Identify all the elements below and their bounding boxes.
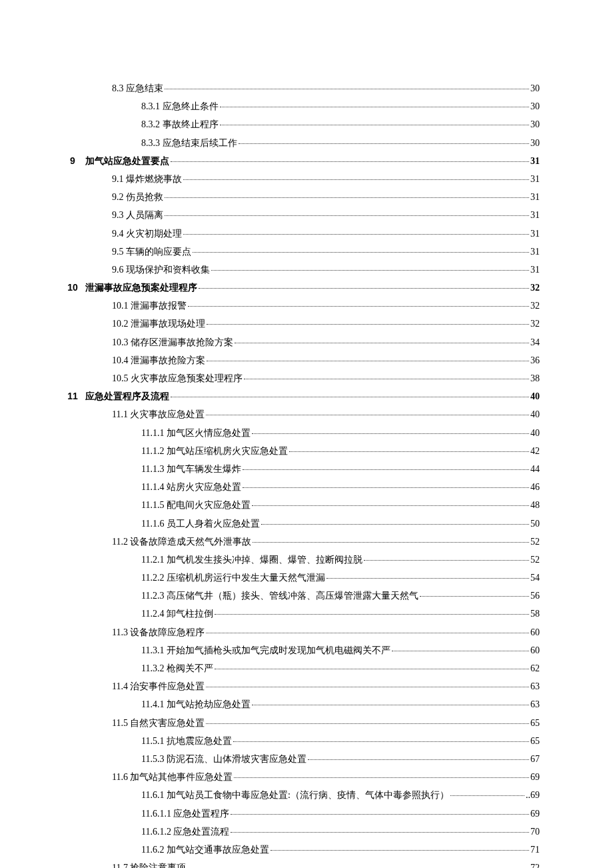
toc-entry-text: 11.1.2 加气站压缩机房火灾应急处置 (141, 443, 288, 459)
toc-entry: 10.5 火灾事故应急预案处理程序38 (112, 370, 540, 387)
toc-entry-text: 应急处置程序及流程 (85, 388, 169, 405)
toc-entry-text: 10.1 泄漏事故报警 (112, 297, 187, 314)
toc-page-number: 40 (530, 406, 540, 423)
toc-entry: 9.4 火灾初期处理31 (112, 225, 540, 242)
toc-entry: 9.3 人员隔离31 (112, 207, 540, 223)
toc-entry-text: 9.1 爆炸燃烧事故 (112, 171, 182, 187)
toc-page-number: 69 (530, 769, 540, 785)
toc-page-number: 30 (530, 80, 540, 97)
toc-page-number: 31 (530, 207, 540, 223)
toc-leader-dots (308, 759, 529, 760)
toc-leader-dots (231, 814, 529, 815)
toc-entry-text: 11.1.5 配电间火灾应急处置 (141, 497, 251, 513)
toc-entry-text: 8.3.1 应急终止条件 (141, 98, 219, 115)
toc-entry-text: 11.4.1 加气站抢劫应急处置 (141, 696, 251, 713)
toc-entry: 11.1.6 员工人身着火应急处置50 (141, 515, 540, 532)
toc-entry: 11.1.3 加气车辆发生爆炸44 (141, 461, 540, 477)
toc-entry-text: 9.6 现场保护和资料收集 (112, 261, 210, 278)
toc-entry: 11.6.1 加气站员工食物中毒应急处置:（流行病、疫情、气体中毒参照执行）..… (141, 787, 540, 803)
toc-page-number: 40 (530, 388, 540, 405)
toc-leader-dots (252, 705, 529, 705)
toc-page-number: 31 (530, 243, 540, 260)
toc-entry: 11.7 抢险注意事项72 (112, 859, 540, 868)
toc-leader-dots (207, 361, 529, 361)
toc-entry-text: 10.2 泄漏事故现场处理 (112, 315, 205, 332)
toc-entry: 11.1 火灾事故应急处置40 (112, 406, 540, 423)
toc-leader-dots (253, 542, 529, 543)
toc-page-number: 38 (530, 370, 540, 387)
toc-entry: 8.3.2 事故终止程序30 (141, 116, 540, 133)
toc-page-number: 31 (530, 225, 540, 242)
toc-leader-dots (165, 197, 529, 198)
toc-leader-dots (206, 415, 529, 415)
toc-page-number: 30 (530, 135, 540, 151)
toc-entry: 9.2 伤员抢救31 (112, 189, 540, 205)
toc-leader-dots (206, 723, 529, 724)
toc-entry: 11应急处置程序及流程 40 (60, 388, 540, 405)
toc-leader-dots (364, 560, 529, 561)
toc-page-number: 31 (530, 261, 540, 278)
toc-entry-text: 11.5.1 抗地震应急处置 (141, 733, 232, 749)
toc-leader-dots (215, 669, 529, 669)
toc-leader-dots (289, 451, 529, 452)
toc-entry: 11.6.1.1 应急处置程序69 (141, 805, 540, 822)
toc-chapter-number: 11 (60, 388, 85, 405)
toc-leader-dots (233, 741, 529, 742)
toc-leader-dots (211, 270, 529, 271)
toc-entry: 11.5.1 抗地震应急处置65 (141, 733, 540, 749)
toc-entry-text: 11.2.2 压缩机机房运行中发生大量天然气泄漏 (141, 569, 325, 586)
toc-leader-dots (165, 89, 529, 89)
toc-leader-dots (231, 832, 529, 833)
toc-leader-dots (392, 651, 529, 651)
toc-page-number: 32 (530, 297, 540, 314)
toc-entry: 11.3.1 开始加气插枪头或加气完成时发现加气机电磁阀关不严60 (141, 642, 540, 659)
toc-chapter-number: 9 (60, 153, 85, 169)
toc-entry: 8.3.1 应急终止条件30 (141, 98, 540, 115)
toc-entry-text: 11.3 设备故障应急程序 (112, 624, 205, 641)
toc-entry-text: 11.2 设备故障造成天然气外泄事故 (112, 533, 251, 550)
toc-entry-text: 8.3 应急结束 (112, 80, 163, 97)
toc-entry-text: 11.6.1.2 应急处置流程 (141, 823, 229, 840)
toc-page-number: 32 (530, 279, 540, 296)
toc-chapter-number: 10 (60, 279, 85, 296)
toc-entry-text: 11.6.2 加气站交通事故应急处置 (141, 841, 269, 858)
toc-page-number: 60 (530, 624, 540, 641)
toc-entry-text: 8.3.3 应急结束后续工作 (141, 135, 237, 151)
toc-entry-text: 泄漏事故应急预案处理程序 (85, 279, 197, 296)
toc-entry: 9.6 现场保护和资料收集31 (112, 261, 540, 278)
toc-page-number: 63 (530, 696, 540, 713)
toc-leader-dots (450, 795, 524, 796)
toc-leader-dots (261, 524, 529, 525)
toc-leader-dots (220, 107, 530, 107)
toc-page-number: 32 (530, 315, 540, 332)
toc-page-number: 36 (530, 352, 540, 369)
toc-entry: 11.2.4 卸气柱拉倒58 (141, 605, 540, 622)
toc-entry-text: 11.6.1.1 应急处置程序 (141, 805, 229, 822)
toc-entry-text: 11.4 治安事件应急处置 (112, 678, 205, 695)
toc-page-number: 65 (530, 733, 540, 749)
toc-entry: 11.2.3 高压储气井（瓶）接头、管线冲落、高压爆管泄露大量天然气56 (141, 587, 540, 604)
toc-leader-dots (171, 161, 529, 162)
toc-entry: 11.2.2 压缩机机房运行中发生大量天然气泄漏54 (141, 569, 540, 586)
toc-entry: 11.2 设备故障造成天然气外泄事故52 (112, 533, 540, 550)
toc-entry-text: 8.3.2 事故终止程序 (141, 116, 219, 133)
toc-page-number: 67 (530, 751, 540, 767)
toc-entry: 11.6 加气站其他事件应急处置69 (112, 769, 540, 785)
toc-leader-dots (243, 469, 529, 470)
toc-page-number: 34 (530, 334, 540, 351)
toc-leader-dots (243, 487, 529, 488)
toc-entry-text: 10.3 储存区泄漏事故抢险方案 (112, 334, 233, 351)
toc-entry-text: 10.4 泄漏事故抢险方案 (112, 352, 205, 369)
toc-page-number: 30 (530, 116, 540, 133)
toc-entry-text: 加气站应急处置要点 (85, 153, 169, 169)
toc-entry-text: 11.1.4 站房火灾应急处置 (141, 479, 241, 495)
toc-leader-dots (252, 505, 529, 506)
toc-page-number: 69 (530, 805, 540, 822)
toc-leader-dots (215, 614, 529, 615)
toc-entry-text: 11.5 自然灾害应急处置 (112, 715, 205, 731)
toc-entry-text: 9.4 火灾初期处理 (112, 225, 182, 242)
toc-entry: 8.3.3 应急结束后续工作30 (141, 135, 540, 151)
toc-entry: 11.4 治安事件应急处置63 (112, 678, 540, 695)
toc-entry-text: 11.5.3 防泥石流、山体滑坡灾害应急处置 (141, 751, 306, 767)
toc-entry: 9.1 爆炸燃烧事故31 (112, 171, 540, 187)
